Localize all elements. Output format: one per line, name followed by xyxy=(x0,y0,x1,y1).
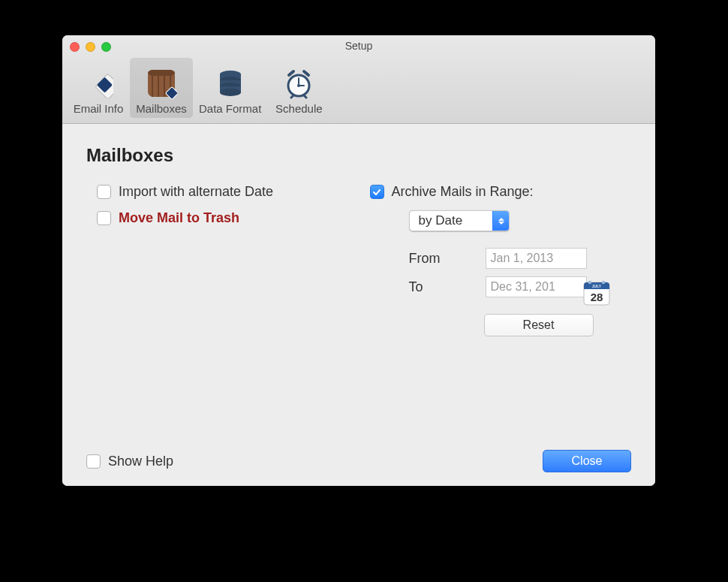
from-date-input[interactable]: Jan 1, 2013 xyxy=(486,248,587,269)
to-label: To xyxy=(409,279,486,295)
archive-mails-in-range-label: Archive Mails in Range: xyxy=(392,184,534,200)
archive-mails-in-range-checkbox[interactable] xyxy=(370,185,384,199)
svg-rect-3 xyxy=(148,70,175,76)
toolbar: Email Info Mailboxes xyxy=(67,58,330,118)
select-stepper-icon[interactable] xyxy=(492,211,509,231)
import-alternate-date-row[interactable]: Import with alternate Date xyxy=(97,184,370,200)
titlebar: Setup Email Info xyxy=(62,35,655,124)
svg-point-25 xyxy=(588,281,591,284)
to-date-value: Dec 31, 201 xyxy=(491,280,555,294)
content-pane: Mailboxes Import with alternate Date Mov… xyxy=(62,124,655,486)
window-title: Setup xyxy=(62,40,655,52)
calendar-month: JULY xyxy=(592,284,602,288)
toolbar-item-data-format[interactable]: Data Format xyxy=(193,58,267,118)
close-button[interactable]: Close xyxy=(543,450,631,472)
from-date-value: Jan 1, 2013 xyxy=(491,252,554,265)
close-button-label: Close xyxy=(572,454,603,468)
diamond-icon xyxy=(83,68,113,99)
toolbar-item-email-info[interactable]: Email Info xyxy=(67,58,130,118)
alarm-clock-icon xyxy=(283,68,314,99)
svg-point-15 xyxy=(220,89,241,96)
crate-icon xyxy=(146,68,177,99)
move-mail-to-trash-label: Move Mail to Trash xyxy=(119,210,239,226)
toolbar-item-mailboxes[interactable]: Mailboxes xyxy=(130,58,193,118)
reset-button-label: Reset xyxy=(523,318,555,332)
svg-point-26 xyxy=(602,281,605,284)
calendar-picker-icon[interactable]: JULY 28 xyxy=(582,278,613,311)
reset-button[interactable]: Reset xyxy=(484,314,594,336)
setup-window: Setup Email Info xyxy=(62,35,655,486)
calendar-day: 28 xyxy=(591,291,603,303)
import-alternate-date-label: Import with alternate Date xyxy=(119,184,273,200)
to-date-input[interactable]: Dec 31, 201 xyxy=(486,276,587,297)
toolbar-item-label: Email Info xyxy=(74,102,124,115)
toolbar-item-label: Schedule xyxy=(275,102,323,115)
toolbar-item-schedule[interactable]: Schedule xyxy=(267,58,330,118)
svg-line-20 xyxy=(291,95,293,98)
svg-line-21 xyxy=(304,95,306,98)
range-mode-select[interactable]: by Date xyxy=(409,210,510,231)
toolbar-item-label: Mailboxes xyxy=(136,102,187,115)
toolbar-item-label: Data Format xyxy=(199,102,261,115)
range-mode-value: by Date xyxy=(410,211,493,231)
move-mail-to-trash-row[interactable]: Move Mail to Trash xyxy=(97,210,370,226)
from-label: From xyxy=(409,251,486,267)
move-mail-to-trash-checkbox[interactable] xyxy=(97,211,111,225)
show-help-label: Show Help xyxy=(108,454,173,469)
import-alternate-date-checkbox[interactable] xyxy=(97,185,111,199)
section-title: Mailboxes xyxy=(86,145,631,166)
show-help-checkbox[interactable] xyxy=(86,454,101,469)
archive-mails-in-range-row[interactable]: Archive Mails in Range: xyxy=(370,184,631,200)
database-icon xyxy=(216,68,245,99)
show-help-row[interactable]: Show Help xyxy=(86,454,173,469)
